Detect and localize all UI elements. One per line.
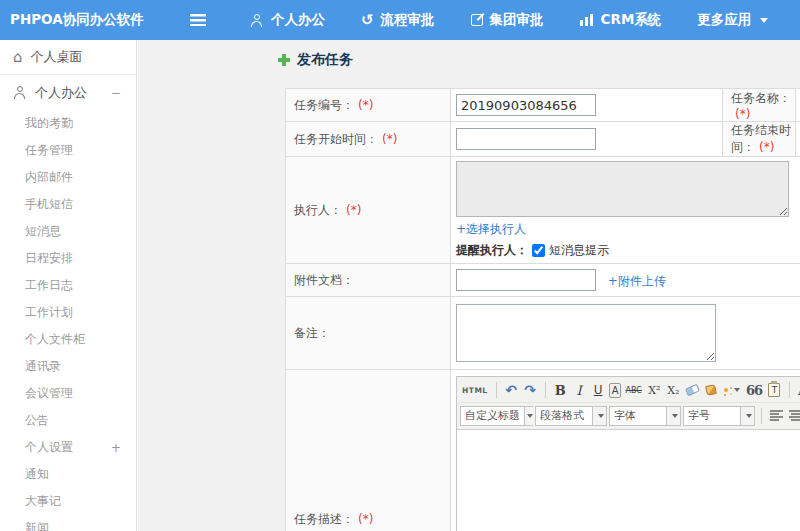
sidebar-item-notice[interactable]: 通知 — [0, 461, 136, 488]
sidebar-item-label: 任务管理 — [25, 142, 73, 159]
bold-button[interactable]: B — [552, 380, 569, 400]
sidebar-item-announcement[interactable]: 公告 — [0, 407, 136, 434]
sparkle-icon — [724, 388, 728, 392]
top-header: PHPOA协同办公软件 个人办公 流程审批 集团审批 CRM系统 更多应用 — [0, 0, 800, 40]
sidebar-item-label: 个人桌面 — [31, 48, 83, 66]
strikethrough-button[interactable]: ABC — [623, 380, 643, 400]
format-painter-button[interactable] — [703, 380, 720, 400]
sidebar-item-personal-settings[interactable]: 个人设置 + — [0, 434, 136, 461]
expand-icon[interactable]: + — [111, 441, 136, 455]
executor-label-cell: 执行人：(*) — [286, 157, 451, 264]
sms-remind-option-label: 短消息提示 — [549, 242, 609, 259]
nav-group-approval[interactable]: 集团审批 — [453, 0, 562, 40]
remove-format-button[interactable] — [684, 380, 701, 400]
process-icon — [361, 12, 374, 28]
table-row: 备注： — [286, 297, 800, 370]
sidebar-item-label: 工作计划 — [25, 304, 73, 321]
table-row: 任务编号：(*) 任务名称：(*) — [286, 89, 800, 122]
task-form: 任务编号：(*) 任务名称：(*) 任务开始时间：(*) 任务结束时间：(*) — [285, 88, 800, 531]
redo-button[interactable] — [522, 380, 539, 400]
rich-text-editor: HTML B I U A ABC X² X₂ — [456, 376, 800, 531]
superscript-button[interactable]: X² — [646, 380, 663, 400]
field-label: 任务名称： — [731, 91, 791, 105]
sidebar-item-meeting-management[interactable]: 会议管理 — [0, 380, 136, 407]
sidebar-item-label: 工作日志 — [25, 277, 73, 294]
attachment-input[interactable] — [456, 269, 596, 291]
sidebar-item-memorabilia[interactable]: 大事记 — [0, 488, 136, 515]
edit-icon — [471, 14, 483, 26]
start-time-input[interactable] — [456, 128, 596, 150]
editor-toolbar: HTML B I U A ABC X² X₂ — [457, 377, 800, 430]
remark-textarea[interactable] — [456, 304, 716, 362]
sidebar-item-short-message[interactable]: 短消息 — [0, 218, 136, 245]
start-time-label-cell: 任务开始时间：(*) — [286, 122, 451, 157]
main-content: 发布任务 任务编号：(*) 任务名称：(*) 任务开始时间：(*) 任务结束时 — [138, 40, 800, 531]
attachment-upload-link[interactable]: +附件上传 — [608, 274, 666, 288]
sidebar-item-label: 手机短信 — [25, 196, 73, 213]
paste-as-text-button[interactable]: T — [766, 380, 783, 400]
task-number-input[interactable] — [456, 94, 596, 116]
editor-content-area[interactable] — [457, 430, 800, 531]
font-size-select[interactable]: 字号 — [683, 406, 755, 426]
sidebar-item-contacts[interactable]: 通讯录 — [0, 353, 136, 380]
nav-label: 流程审批 — [381, 11, 435, 29]
blockquote-button[interactable]: 66 — [744, 380, 764, 400]
underline-button[interactable]: U — [590, 380, 607, 400]
nav-label: 集团审批 — [490, 11, 544, 29]
field-label: 执行人： — [294, 203, 342, 217]
sidebar-item-label: 个人办公 — [35, 84, 87, 102]
nav-more-apps[interactable]: 更多应用 — [679, 0, 786, 40]
table-row: 任务开始时间：(*) 任务结束时间：(*) — [286, 122, 800, 157]
nav-label: 更多应用 — [697, 11, 751, 29]
sidebar-item-label: 个人设置 — [25, 439, 73, 456]
undo-button[interactable] — [503, 380, 520, 400]
nav-personal-office[interactable]: 个人办公 — [232, 0, 343, 40]
choose-executor-link[interactable]: +选择执行人 — [456, 222, 526, 236]
table-row: 执行人：(*) +选择执行人 提醒执行人： 短消息提示 — [286, 157, 800, 264]
italic-button[interactable]: I — [571, 380, 588, 400]
sidebar-item-personal-desktop[interactable]: 个人桌面 — [0, 40, 136, 75]
html-source-button[interactable]: HTML — [460, 380, 490, 400]
hamburger-menu-icon[interactable] — [190, 14, 206, 26]
sidebar-item-work-plan[interactable]: 工作计划 — [0, 299, 136, 326]
field-label: 任务开始时间： — [294, 132, 378, 146]
sidebar-item-schedule[interactable]: 日程安排 — [0, 245, 136, 272]
collapse-icon[interactable]: − — [111, 86, 136, 100]
sidebar-item-mobile-sms[interactable]: 手机短信 — [0, 191, 136, 218]
paragraph-format-select[interactable]: 段落格式 — [535, 406, 607, 426]
font-color-button[interactable]: A — [796, 380, 800, 400]
sidebar-item-task-management[interactable]: 任务管理 — [0, 137, 136, 164]
executor-textarea[interactable] — [456, 161, 789, 217]
nav-crm-system[interactable]: CRM系统 — [562, 0, 680, 40]
attachment-label-cell: 附件文档： — [286, 264, 451, 297]
sidebar-item-file-cabinet[interactable]: 个人文件柜 — [0, 326, 136, 353]
divider — [496, 382, 497, 398]
sidebar-item-internal-mail[interactable]: 内部邮件 — [0, 164, 136, 191]
select-value: 自定义标题 — [461, 408, 524, 423]
caret-down-icon — [666, 407, 680, 425]
char-border-button[interactable]: A — [609, 383, 622, 398]
font-family-select[interactable]: 字体 — [609, 406, 681, 426]
caret-down-icon — [760, 18, 768, 23]
nav-process-approval[interactable]: 流程审批 — [343, 0, 453, 40]
sidebar-item-label: 个人文件柜 — [25, 331, 85, 348]
quick-format-button[interactable] — [722, 380, 742, 400]
align-center-button[interactable] — [787, 406, 800, 426]
subscript-button[interactable]: X₂ — [665, 380, 682, 400]
top-navigation: 个人办公 流程审批 集团审批 CRM系统 更多应用 — [232, 0, 786, 40]
sidebar-item-news[interactable]: 新闻 — [0, 515, 136, 531]
align-center-icon — [789, 410, 800, 421]
heading-select[interactable]: 自定义标题 — [460, 406, 533, 426]
sms-remind-checkbox[interactable] — [532, 244, 545, 257]
sidebar-item-personal-office[interactable]: 个人办公 − — [0, 75, 136, 110]
sidebar: 个人桌面 个人办公 − 我的考勤 任务管理 内部邮件 手机短信 短消息 日程安排… — [0, 40, 137, 531]
field-label: 任务描述： — [294, 512, 354, 526]
required-mark: (*) — [358, 98, 373, 112]
sidebar-item-work-log[interactable]: 工作日志 — [0, 272, 136, 299]
sidebar-item-my-attendance[interactable]: 我的考勤 — [0, 110, 136, 137]
table-row: 任务描述：(*) HTML B I U A — [286, 370, 800, 531]
required-mark: (*) — [759, 140, 774, 154]
caret-down-icon — [734, 388, 740, 392]
remark-label-cell: 备注： — [286, 297, 451, 370]
align-left-button[interactable] — [768, 406, 785, 426]
